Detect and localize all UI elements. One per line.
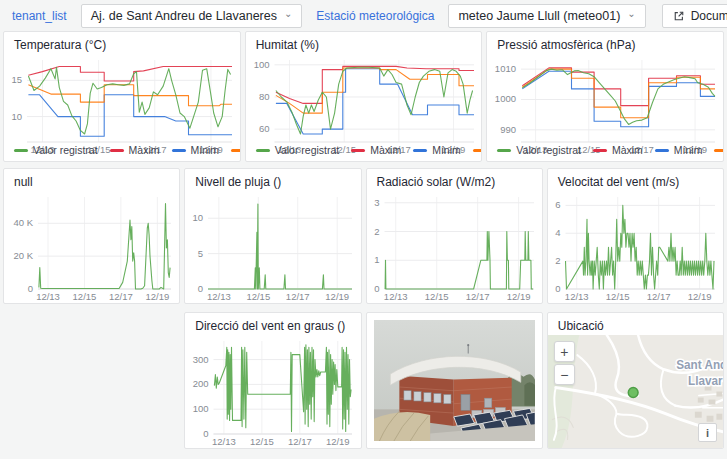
external-link-icon [673,10,685,22]
chart-canvas-radiacio[interactable]: 12/1312/1512/1712/190123 [367,191,542,303]
station-photo-image [374,320,535,441]
svg-text:2: 2 [555,255,560,266]
legend-item[interactable]: Mitjana [714,144,724,156]
chart-canvas-pressio[interactable]: 12/1312/1512/1712/1999010001010 [487,54,723,144]
svg-text:0: 0 [555,283,560,294]
svg-text:12/19: 12/19 [506,291,530,302]
panel-null: null 12/1312/1512/1712/19020 K40 K [3,168,180,304]
dashboard-header: tenant_list Aj. de Sant Andreu de Llavan… [0,0,727,30]
chart-canvas-temperatura[interactable]: 12/1312/1512/1712/191015 [4,54,240,144]
panel-title: Direcció del vent en graus () [185,313,360,335]
legend-swatch [413,149,427,152]
svg-text:40 K: 40 K [13,217,33,228]
legend-label: Màxim [129,144,160,156]
chart-canvas-humitat[interactable]: 12/1312/1512/1712/196080100 [246,54,482,144]
documentation-button-label: Documentació de referència [691,9,727,23]
legend-swatch [714,149,724,152]
svg-text:12/19: 12/19 [145,291,169,302]
legend-item[interactable]: Màxim [110,144,160,156]
legend-item[interactable]: Màxim [593,144,643,156]
legend-item[interactable]: Valor registrat [497,144,581,156]
legend-item[interactable]: Mínim [655,144,703,156]
legend-item[interactable]: Mínim [413,144,461,156]
legend-item[interactable]: Mínim [172,144,220,156]
legend-label: Valor registrat [516,144,581,156]
station-dropdown[interactable]: meteo Jaume Llull (meteo01) ⌄ [448,4,645,28]
chart-canvas-null[interactable]: 12/1312/1512/1712/19020 K40 K [4,191,179,303]
panel-title: Humitat (%) [246,32,482,54]
legend-swatch [473,149,483,152]
map-label-town-line1: Sant And [676,358,723,372]
map-marker[interactable] [628,387,638,397]
svg-text:200: 200 [193,378,209,389]
legend-item[interactable]: Màxim [351,144,401,156]
zoom-out-button[interactable]: − [554,364,575,385]
station-dropdown-value: meteo Jaume Llull (meteo01) [458,9,620,23]
map-canvas[interactable]: Sant And Llavar + − i [548,335,723,448]
legend-swatch [351,149,365,152]
empty-grid-cell [3,312,180,449]
tenant-variable-label: tenant_list [6,5,73,27]
svg-text:12/15: 12/15 [606,291,630,302]
legend-swatch [14,149,28,152]
svg-text:1: 1 [374,254,379,265]
legend-item[interactable]: Valor registrat [14,144,98,156]
panel-title: Nivell de pluja () [185,169,360,191]
chart-canvas-pluja[interactable]: 12/1312/1512/1712/190510 [185,191,360,303]
tenant-dropdown[interactable]: Aj. de Sant Andreu de Llavaneres ⌄ [81,4,303,28]
svg-text:12/13: 12/13 [36,291,60,302]
svg-text:5: 5 [198,248,203,259]
svg-text:20 K: 20 K [13,250,33,261]
svg-text:12/15: 12/15 [247,291,271,302]
panel-station-photo [366,312,543,449]
station-variable-label: Estació meteorológica [310,5,440,27]
zoom-in-button[interactable]: + [554,341,575,362]
panel-radiacio: Radiació solar (W/m2) 12/1312/1512/1712/… [366,168,543,304]
svg-text:4: 4 [555,227,560,238]
svg-text:12/17: 12/17 [286,291,310,302]
svg-text:1000: 1000 [495,93,516,104]
panel-title: Temperatura (°C) [4,32,240,54]
chart-legend: Valor registratMàximMínimMitjana [487,144,723,161]
legend-swatch [256,149,270,152]
chart-canvas-velocitat[interactable]: 12/1312/1512/1712/190246 [548,191,723,303]
svg-text:100: 100 [193,403,209,414]
svg-text:12/19: 12/19 [326,291,350,302]
legend-swatch [593,149,607,152]
svg-text:2: 2 [374,226,379,237]
svg-text:12/17: 12/17 [109,291,133,302]
legend-label: Valor registrat [33,144,98,156]
chart-canvas-direccio[interactable]: 12/1312/1512/1712/190100200300 [185,335,360,448]
map-info-button[interactable]: i [698,423,717,442]
legend-swatch [655,149,669,152]
svg-text:3: 3 [374,197,379,208]
svg-text:12/13: 12/13 [565,291,589,302]
panel-pressio: Pressió atmosfèrica (hPa) 12/1312/1512/1… [486,31,724,162]
svg-text:300: 300 [193,354,209,365]
svg-text:12/13: 12/13 [212,436,236,447]
dashboard-grid: Temperatura (°C) 12/1312/1512/1712/19101… [0,31,727,449]
svg-text:12/19: 12/19 [326,436,350,447]
chevron-down-icon: ⌄ [627,9,635,19]
legend-label: Valor registrat [275,144,340,156]
svg-text:12/17: 12/17 [288,436,312,447]
panel-temperatura: Temperatura (°C) 12/1312/1512/1712/19101… [3,31,241,162]
svg-text:12/17: 12/17 [465,291,489,302]
svg-text:10: 10 [11,111,22,122]
panel-row-1: Temperatura (°C) 12/1312/1512/1712/19101… [3,31,724,162]
svg-text:6: 6 [555,199,560,210]
svg-text:1010: 1010 [495,63,516,74]
tenant-dropdown-value: Aj. de Sant Andreu de Llavaneres [91,9,277,23]
svg-text:12/17: 12/17 [647,291,671,302]
svg-text:0: 0 [28,283,33,294]
svg-text:12/15: 12/15 [250,436,274,447]
legend-label: Mínim [674,144,703,156]
legend-item[interactable]: Mitjana [231,144,241,156]
chart-legend: Valor registratMàximMínimMitjana [4,144,240,161]
panel-title: Ubicació [548,313,723,335]
documentation-button[interactable]: Documentació de referència [662,4,727,28]
legend-item[interactable]: Valor registrat [256,144,340,156]
legend-item[interactable]: Mitjana [473,144,483,156]
svg-text:12/13: 12/13 [383,291,407,302]
panel-pluja: Nivell de pluja () 12/1312/1512/1712/190… [184,168,361,304]
